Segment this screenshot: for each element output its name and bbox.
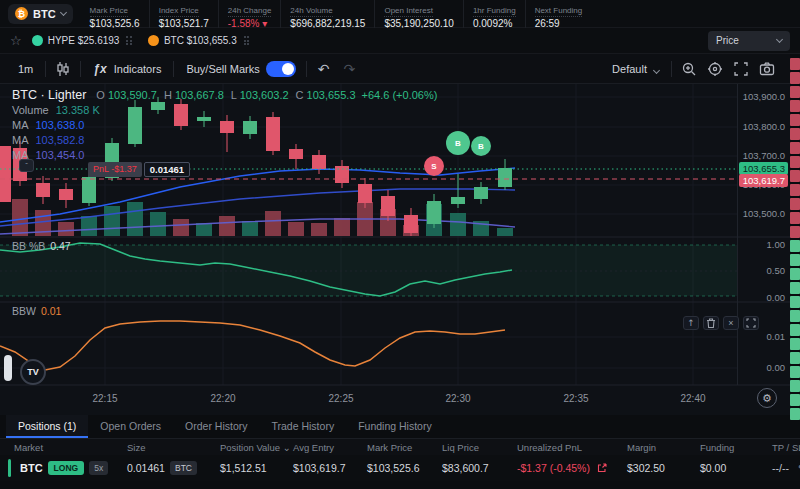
panel-tabs: Positions (1)Open OrdersOrder HistoryTra… — [0, 415, 800, 439]
delete-indicator-button[interactable] — [703, 316, 719, 330]
size-unit-badge: BTC — [170, 461, 197, 475]
funding-cell: $0.00 — [700, 462, 772, 474]
favorites-star-icon[interactable]: ☆ — [10, 33, 22, 48]
stat-open-interest: Open Interest$35,190,250.10 — [374, 0, 463, 29]
tradingview-logo[interactable]: TV — [20, 359, 46, 385]
chevron-down-icon — [653, 66, 660, 73]
stat-1hr-funding: 1hr Funding0.0092% — [463, 0, 525, 29]
column-header-margin[interactable]: Margin — [627, 442, 700, 453]
svg-text:103,500.0: 103,500.0 — [743, 208, 785, 219]
indicator-pane-controls: ↑ × — [683, 316, 759, 330]
symbol-label: BTC — [33, 8, 56, 20]
chevron-down-icon — [60, 8, 67, 15]
fx-icon: ƒx — [93, 62, 106, 76]
top-stats-bar: ₿ BTC Mark Price$103,525.6Index Price$10… — [0, 0, 800, 28]
column-header-unrealized-pnl[interactable]: Unrealized PnL — [517, 442, 627, 453]
buy-sell-marks-toggle[interactable] — [266, 61, 296, 77]
column-header-tp-sl[interactable]: TP / SL — [772, 442, 800, 453]
stat-label: Mark Price — [90, 6, 128, 17]
watchlist-bar: ☆ HYPE $25.6193BTC $103,655.3 Price — [0, 28, 800, 54]
tab-funding-history[interactable]: Funding History — [346, 415, 444, 438]
svg-text:22:35: 22:35 — [563, 393, 588, 404]
column-header-position-value[interactable]: Position Value ⌄ — [220, 442, 293, 453]
long-side-bar — [8, 459, 11, 477]
stat-mark-price: Mark Price$103,525.6 — [81, 0, 149, 29]
svg-text:0.50: 0.50 — [767, 265, 786, 276]
redo-button[interactable]: ↷ — [337, 61, 363, 77]
svg-text:22:30: 22:30 — [445, 393, 470, 404]
market-cell: BTC LONG 5x — [14, 461, 127, 475]
stat-label: Next Funding — [535, 6, 583, 17]
stat-24h-volume: 24h Volume$696,882,219.15 — [280, 0, 374, 29]
camera-snapshot-icon[interactable] — [754, 59, 780, 79]
svg-text:22:20: 22:20 — [210, 393, 235, 404]
symbol-selector[interactable]: ₿ BTC — [8, 4, 73, 24]
stat-value: $696,882,219.15 — [290, 18, 365, 29]
positions-panel: Positions (1)Open OrdersOrder HistoryTra… — [0, 415, 800, 489]
stat-label: 24h Volume — [290, 6, 332, 17]
position-size-label: 0.01461 — [144, 162, 190, 177]
size-cell: 0.01461 BTC — [127, 461, 220, 475]
btc-token-icon — [148, 35, 159, 46]
timezone-settings-gear[interactable]: ⚙ — [757, 388, 777, 408]
zoom-in-icon[interactable] — [676, 59, 702, 79]
watchlist-item-btc[interactable]: BTC $103,655.3 — [148, 35, 249, 46]
tab-trade-history[interactable]: Trade History — [260, 415, 347, 438]
market-stats: Mark Price$103,525.6Index Price$103,521.… — [81, 0, 592, 29]
svg-text:103,900.0: 103,900.0 — [743, 91, 785, 102]
drawing-toolbar-handle[interactable] — [4, 355, 12, 381]
move-pane-up-button[interactable]: ↑ — [683, 316, 699, 330]
stat-value: 26:59 — [535, 18, 583, 29]
chart-region: SBB103,900.0103,800.0103,700.0103,600.01… — [0, 84, 790, 415]
unrealized-pnl-cell: -$1.37 (-0.45%) — [517, 462, 627, 474]
stat-value: $35,190,250.10 — [384, 18, 454, 29]
settings-gear-icon[interactable] — [702, 59, 728, 79]
indicators-button[interactable]: ƒx Indicators — [85, 62, 169, 76]
margin-cell: $302.50 — [627, 462, 700, 474]
layout-preset-selector[interactable]: Default — [604, 63, 667, 75]
stat-next-funding: Next Funding26:59 — [525, 0, 592, 29]
liq-price-cell: $83,600.7 — [442, 462, 517, 474]
column-header-avg-entry[interactable]: Avg Entry — [293, 442, 367, 453]
svg-text:103,619.7: 103,619.7 — [743, 175, 785, 186]
stat-24h-change: 24h Change-1.58% ▾ — [218, 0, 281, 29]
svg-text:0.00: 0.00 — [767, 292, 786, 303]
side-badge: LONG — [48, 461, 85, 475]
column-header-mark-price[interactable]: Mark Price — [367, 442, 442, 453]
drag-grip-icon[interactable] — [244, 36, 250, 45]
tab-positions-1-[interactable]: Positions (1) — [6, 415, 88, 438]
watchlist-item-text: BTC $103,655.3 — [164, 35, 237, 46]
stat-value: $103,525.6 — [90, 18, 140, 29]
tpsl-cell: --/-- ✎ — [772, 462, 800, 474]
buy-sell-marks-label: Buy/Sell Marks — [178, 63, 259, 75]
interval-button[interactable]: 1m — [10, 63, 41, 75]
svg-text:22:40: 22:40 — [680, 393, 705, 404]
maximize-pane-button[interactable] — [743, 316, 759, 330]
column-header-liq-price[interactable]: Liq Price — [442, 442, 517, 453]
tab-order-history[interactable]: Order History — [173, 415, 259, 438]
svg-text:B: B — [478, 142, 484, 151]
svg-text:S: S — [431, 162, 437, 171]
undo-button[interactable]: ↶ — [311, 61, 337, 77]
chart-canvas[interactable]: SBB103,900.0103,800.0103,700.0103,600.01… — [0, 84, 790, 415]
legend-collapse-button[interactable]: ˆ — [19, 159, 34, 172]
chart-toolbar: 1m ƒx Indicators Buy/Sell Marks ↶ ↷ Defa… — [0, 54, 790, 84]
tab-open-orders[interactable]: Open Orders — [88, 415, 173, 438]
price-mode-label: Price — [716, 35, 739, 46]
stat-value: 0.0092% — [473, 18, 516, 29]
candle-style-icon[interactable] — [50, 59, 76, 79]
price-mode-selector[interactable]: Price — [708, 31, 790, 51]
svg-text:0.01: 0.01 — [767, 331, 786, 342]
column-header-funding[interactable]: Funding — [700, 442, 772, 453]
drag-grip-icon[interactable] — [126, 36, 132, 45]
share-pnl-icon[interactable] — [597, 463, 607, 473]
fullscreen-icon[interactable] — [728, 59, 754, 79]
stat-label: Index Price — [159, 6, 199, 17]
stat-value: $103,521.7 — [159, 18, 209, 29]
column-header-size[interactable]: Size — [127, 442, 220, 453]
column-header-market[interactable]: Market — [14, 442, 127, 453]
pnl-label: PnL -$1.37 — [88, 162, 142, 177]
orderbook-depth-strip — [790, 56, 800, 415]
close-pane-button[interactable]: × — [723, 316, 739, 330]
watchlist-item-hype[interactable]: HYPE $25.6193 — [32, 35, 132, 46]
